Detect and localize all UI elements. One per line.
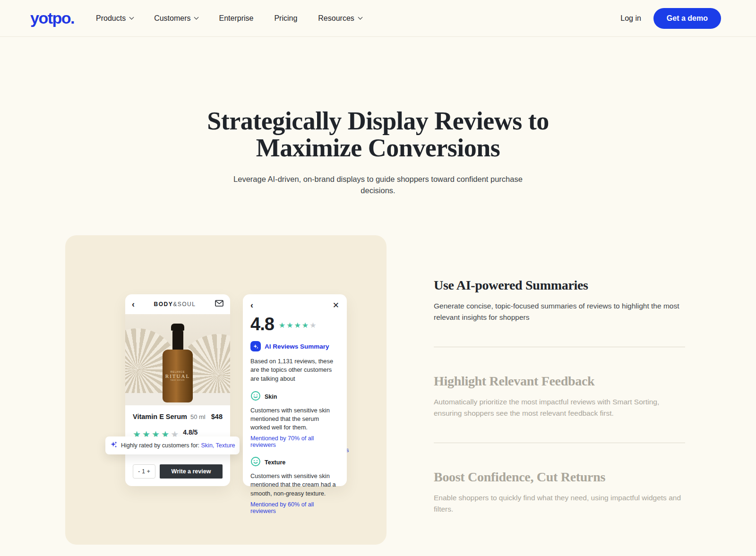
mention-link[interactable]: Mentioned by 70% of all reviewers [250, 435, 339, 448]
ai-sparkle-icon [250, 341, 261, 351]
back-icon[interactable]: ‹ [250, 301, 253, 309]
summary-intro: Based on 1,131 reviews, these are the to… [250, 357, 339, 383]
divider [434, 347, 685, 347]
feature-text: Enable shoppers to quickly find what the… [434, 492, 685, 515]
get-demo-button[interactable]: Get a demo [653, 8, 721, 29]
bottle-label-sub: face serum [163, 379, 193, 381]
yotpo-logo[interactable]: yotpo. [30, 9, 74, 27]
chip-topics[interactable]: Skin, Texture [201, 442, 235, 449]
feature-ai-summaries[interactable]: Use AI-powered Summaries Generate concis… [434, 278, 685, 323]
topic-text: Customers with sensitive skin mentioned … [250, 406, 339, 432]
nav-item-products[interactable]: Products [96, 14, 133, 23]
hero-subtitle: Leverage AI-driven, on-brand displays to… [217, 174, 539, 197]
qty-value: 1 [142, 468, 145, 475]
chevron-down-icon [194, 15, 199, 20]
write-review-button[interactable]: Write a review [160, 464, 223, 479]
chip-text: Highly rated by customers for: Skin, Tex… [121, 442, 235, 449]
star-icon: ★ [302, 322, 309, 329]
title-line-1: Strategically Display Reviews to [207, 107, 549, 135]
nav-item-label: Resources [318, 14, 354, 23]
feature-text: Generate concise, topic-focused summarie… [434, 300, 685, 323]
star-rating: ★★★★★ [279, 322, 318, 329]
nav-item-label: Customers [154, 14, 190, 23]
summary-rating: 4.8 ★★★★★ [250, 314, 339, 334]
product-card: ‹ BODY&SOUL RELANCE [125, 294, 230, 486]
page-title: Strategically Display Reviews to Maximiz… [0, 108, 756, 162]
rating-value: 4.8/5 [183, 428, 198, 436]
top-nav: yotpo. Products Customers Enterprise Pri… [0, 0, 756, 37]
feature-relevant-feedback[interactable]: Highlight Relevant Feedback Automaticall… [434, 374, 685, 419]
close-icon[interactable]: ✕ [333, 301, 339, 309]
summary-card-header: ‹ ✕ [250, 301, 339, 309]
nav-item-resources[interactable]: Resources [318, 14, 361, 23]
star-icon: ★ [294, 322, 301, 329]
chevron-down-icon [129, 15, 134, 20]
features-column: Use AI-powered Summaries Generate concis… [434, 235, 685, 545]
product-card-header: ‹ BODY&SOUL [125, 294, 230, 314]
nav-item-label: Pricing [274, 14, 297, 23]
content-section: ‹ BODY&SOUL RELANCE [0, 235, 756, 545]
serum-bottle: RELANCE RITUAL face serum [163, 324, 193, 402]
star-icon: ★ [286, 322, 293, 329]
product-price: $48 [211, 413, 223, 420]
login-link[interactable]: Log in [620, 14, 641, 23]
feature-boost-confidence[interactable]: Boost Confidence, Cut Returns Enable sho… [434, 470, 685, 515]
nav-item-customers[interactable]: Customers [154, 14, 198, 23]
smiley-icon [250, 456, 261, 469]
summary-topic-texture: Texture Customers with sensitive skin me… [250, 456, 339, 514]
smiley-icon [250, 391, 261, 403]
feature-text: Automatically prioritize the most impact… [434, 396, 685, 419]
qty-plus-button[interactable]: + [147, 468, 150, 475]
quantity-stepper[interactable]: - 1 + [133, 464, 155, 479]
ai-summary-card: ‹ ✕ 4.8 ★★★★★ AI Reviews Summary Based o… [243, 294, 347, 486]
nav-right: Log in Get a demo [620, 8, 721, 29]
chevron-down-icon [358, 15, 362, 20]
topic-name: Skin [265, 393, 277, 400]
dropper-cap [172, 331, 183, 351]
nav-item-pricing[interactable]: Pricing [274, 14, 297, 23]
product-photo: RELANCE RITUAL face serum [125, 314, 230, 405]
star-icon: ★ [309, 322, 316, 329]
rating-score: 4.8 [250, 314, 274, 334]
ai-reviews-summary-badge[interactable]: AI Reviews Summary [250, 341, 339, 351]
mention-link[interactable]: Mentioned by 60% of all reviewers [250, 501, 339, 514]
dropper-bulb [171, 324, 184, 331]
feature-title: Use AI-powered Summaries [434, 278, 685, 293]
ai-badge-label: AI Reviews Summary [265, 343, 329, 350]
nav-item-label: Products [96, 14, 126, 23]
mail-icon[interactable] [215, 300, 223, 308]
topic-name: Texture [265, 459, 285, 466]
product-info: Vitamin E Serum 50 ml $48 ★★★★★ 4.8/5 [125, 405, 230, 439]
nav-item-enterprise[interactable]: Enterprise [219, 14, 253, 23]
star-icon: ★ [279, 322, 285, 329]
product-size: 50 ml [190, 413, 206, 420]
back-icon[interactable]: ‹ [132, 300, 135, 308]
main-nav: Products Customers Enterprise Pricing Re… [96, 14, 362, 23]
bottle-body: RELANCE RITUAL face serum [163, 350, 193, 402]
title-line-2: Maximize Conversions [256, 134, 500, 162]
product-actions: - 1 + Write a review [133, 464, 223, 479]
hero-section: Strategically Display Reviews to Maximiz… [0, 37, 756, 197]
chip-prefix: Highly rated by customers for: [121, 442, 201, 449]
brand-name: BODY&SOUL [154, 301, 196, 308]
topic-text: Customers with sensitive skin mentioned … [250, 472, 339, 497]
feature-title: Highlight Relevant Feedback [434, 374, 685, 389]
bottle-label-big: RITUAL [163, 373, 193, 379]
highly-rated-chip[interactable]: Highly rated by customers for: Skin, Tex… [105, 436, 240, 454]
sparkle-icon [110, 441, 118, 450]
brand-bold: BODY [154, 301, 173, 308]
showcase-panel: ‹ BODY&SOUL RELANCE [65, 235, 387, 545]
nav-item-label: Enterprise [219, 14, 253, 23]
product-name: Vitamin E Serum [133, 413, 187, 420]
brand-light: &SOUL [173, 301, 196, 308]
feature-title: Boost Confidence, Cut Returns [434, 470, 685, 485]
divider [434, 443, 685, 443]
qty-minus-button[interactable]: - [138, 468, 140, 475]
summary-topic-skin: Skin Customers with sensitive skin menti… [250, 391, 339, 449]
